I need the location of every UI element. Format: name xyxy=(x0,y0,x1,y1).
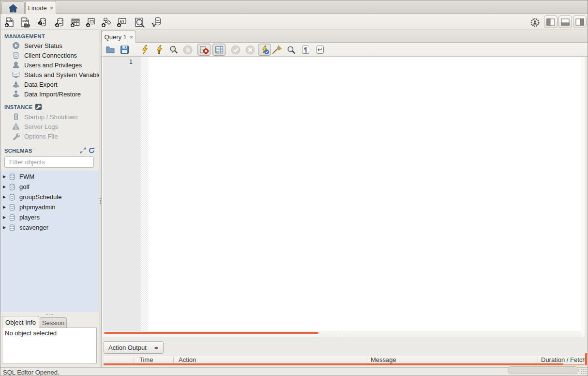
explain-magnifier-icon xyxy=(169,45,179,55)
explain-plan-button[interactable] xyxy=(168,45,179,55)
search-table-data-button[interactable] xyxy=(134,16,145,28)
column-header-message[interactable]: Message xyxy=(371,356,396,363)
open-script-button[interactable] xyxy=(105,45,115,55)
find-button[interactable] xyxy=(286,45,296,55)
splitter-grip-icon xyxy=(100,197,101,205)
expand-schemas-icon[interactable] xyxy=(80,147,86,154)
create-view-icon xyxy=(86,17,96,28)
toggle-bottom-panel-button[interactable] xyxy=(558,16,572,28)
column-header-action[interactable]: Action xyxy=(179,356,196,363)
sidebar-item-users-privileges[interactable]: Users and Privileges xyxy=(0,60,99,70)
query-tab-close-icon[interactable]: × xyxy=(130,33,134,41)
tab-object-info[interactable]: Object Info xyxy=(2,316,39,328)
data-import-icon xyxy=(12,90,20,98)
sidebar-item-status-system-variables[interactable]: Status and System Variables xyxy=(0,70,99,79)
editor-text-area[interactable] xyxy=(148,57,581,331)
toggle-stop-on-error-button[interactable] xyxy=(197,44,211,56)
commit-button[interactable] xyxy=(230,45,241,55)
execute-button[interactable] xyxy=(139,45,150,55)
administration-button[interactable] xyxy=(529,16,541,28)
column-header-duration[interactable]: Duration / Fetch xyxy=(541,356,586,363)
schemas-section-title: SCHEMAS xyxy=(4,147,95,154)
open-sql-script-icon: SQL xyxy=(20,17,30,28)
scrollbar-thumb[interactable] xyxy=(104,332,318,334)
rollback-button[interactable] xyxy=(245,45,255,55)
toggle-left-panel-button[interactable] xyxy=(544,16,558,28)
schema-row-phpmyadmin[interactable]: ▶ phpmyadmin xyxy=(0,202,99,212)
expander-icon[interactable]: ▶ xyxy=(0,205,8,209)
management-section-title: MANAGEMENT xyxy=(4,33,45,39)
clear-query-button[interactable] xyxy=(271,45,282,55)
resize-grip-icon[interactable] xyxy=(580,369,587,375)
create-schema-button[interactable] xyxy=(54,16,66,28)
expander-icon[interactable]: ▶ xyxy=(0,185,8,189)
schema-row-fwm[interactable]: ▶ FWM xyxy=(0,172,99,182)
sidebar-item-client-connections[interactable]: Client Connections xyxy=(0,50,99,60)
tab-session[interactable]: Session xyxy=(40,317,67,328)
limit-rows-grid-icon xyxy=(214,45,224,55)
expander-icon[interactable]: ▶ xyxy=(0,215,8,219)
column-divider[interactable] xyxy=(538,357,538,363)
schema-row-scavenger[interactable]: ▶ scavenger xyxy=(0,222,99,233)
toggle-autocommit-button[interactable] xyxy=(258,44,271,56)
reconnect-dbms-button[interactable] xyxy=(150,16,162,28)
users-icon xyxy=(12,61,20,69)
create-table-button[interactable] xyxy=(70,16,81,28)
create-function-icon: f() xyxy=(117,17,127,28)
connection-tab[interactable]: Linode × xyxy=(25,1,56,14)
sql-editor[interactable]: 1 xyxy=(102,57,585,337)
editor-vertical-scrollbar[interactable] xyxy=(581,57,585,337)
server-logs-icon xyxy=(12,123,20,130)
home-tab[interactable] xyxy=(1,1,25,14)
expander-icon[interactable]: ▶ xyxy=(0,225,8,230)
execute-current-icon xyxy=(154,45,164,55)
toggle-invisible-chars-button[interactable]: ¶ xyxy=(301,45,311,55)
main-toolbar: SQL SQL i f() xyxy=(0,14,588,30)
schema-filter-input[interactable] xyxy=(9,158,94,166)
schema-row-players[interactable]: ▶ players xyxy=(0,212,99,222)
stop-button[interactable] xyxy=(182,45,193,55)
sidebar-item-options-file[interactable]: Options File xyxy=(0,131,99,141)
expander-icon[interactable]: ▶ xyxy=(0,195,8,199)
sidebar-item-startup-shutdown[interactable]: Startup / Shutdown xyxy=(0,112,99,122)
schema-row-golf[interactable]: ▶ golf xyxy=(0,182,99,192)
tab-query-1[interactable]: Query 1 × xyxy=(102,31,136,43)
execute-current-statement-button[interactable] xyxy=(154,45,164,55)
create-view-button[interactable] xyxy=(85,16,97,28)
schema-filter-box xyxy=(4,157,94,168)
refresh-schemas-icon[interactable] xyxy=(89,147,95,154)
inspect-database-button[interactable]: i xyxy=(37,16,48,28)
panel-splitter-grip-icon[interactable] xyxy=(46,313,54,315)
stop-on-error-icon xyxy=(199,45,209,55)
connection-tab-close-icon[interactable]: × xyxy=(50,4,54,12)
output-vertical-scrollbar-thumb[interactable] xyxy=(585,353,587,365)
bottom-scrollbar-thumb[interactable] xyxy=(508,366,579,374)
sidebar-item-data-import[interactable]: Data Import/Restore xyxy=(0,89,99,99)
new-sql-tab-button[interactable]: SQL xyxy=(4,16,15,28)
output-scrollbar-thumb[interactable] xyxy=(104,363,563,365)
column-divider[interactable] xyxy=(367,357,367,363)
open-sql-script-button[interactable]: SQL xyxy=(19,16,31,28)
sidebar-item-data-export[interactable]: Data Export xyxy=(0,79,99,89)
expander-icon[interactable]: ▶ xyxy=(0,174,8,179)
svg-text:f(): f() xyxy=(120,19,124,24)
sidebar-item-server-status[interactable]: Server Status xyxy=(0,41,99,50)
save-script-button[interactable] xyxy=(120,45,130,55)
sidebar-item-server-logs[interactable]: Server Logs xyxy=(0,122,99,131)
schema-row-groupschedule[interactable]: ▶ groupSchedule xyxy=(0,192,99,202)
create-procedure-button[interactable] xyxy=(101,16,112,28)
toggle-word-wrap-button[interactable]: ↵ xyxy=(315,45,325,55)
inspect-database-icon: i xyxy=(37,17,48,28)
column-divider[interactable] xyxy=(134,357,134,363)
column-header-time[interactable]: Time xyxy=(139,356,153,363)
schema-icon xyxy=(8,173,16,181)
column-divider[interactable] xyxy=(112,357,112,363)
output-splitter-grip-icon[interactable] xyxy=(339,335,347,337)
server-status-icon xyxy=(12,42,20,49)
toggle-limit-rows-button[interactable] xyxy=(212,44,226,56)
toggle-right-panel-button[interactable] xyxy=(573,16,587,28)
column-divider[interactable] xyxy=(173,357,174,363)
create-procedure-icon xyxy=(101,17,112,28)
output-type-select[interactable]: Action Output xyxy=(104,341,164,354)
create-function-button[interactable]: f() xyxy=(116,16,128,28)
